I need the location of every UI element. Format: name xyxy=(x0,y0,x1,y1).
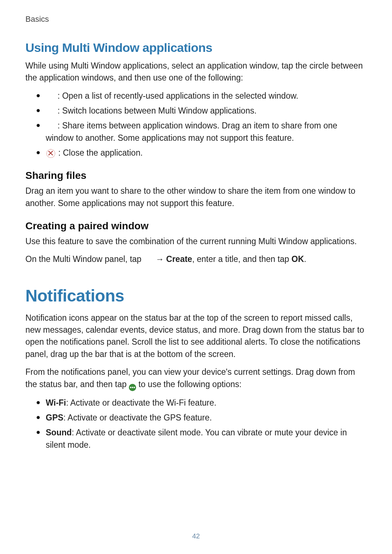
list-item: Wi-Fi: Activate or deactivate the Wi-Fi … xyxy=(36,397,367,409)
sharing-files-body: Drag an item you want to share to the ot… xyxy=(25,185,367,209)
list-item-text: : Open a list of recently-used applicati… xyxy=(57,91,298,100)
option-desc: : Activate or deactivate the GPS feature… xyxy=(64,413,212,422)
paired-window-body1: Use this feature to save the combination… xyxy=(25,235,367,247)
list-item: : Close the application. xyxy=(36,147,367,159)
ok-label: OK xyxy=(291,254,304,264)
heading-multi-window: Using Multi Window applications xyxy=(25,41,367,55)
list-item-text: : Close the application. xyxy=(58,148,143,157)
recent-apps-icon xyxy=(46,93,54,100)
options-icon xyxy=(129,384,136,391)
create-label: Create xyxy=(166,254,192,264)
arrow-text: → xyxy=(155,254,166,264)
menu-icon xyxy=(144,256,152,264)
swap-locations-icon xyxy=(46,107,54,115)
notifications-p2: From the notifications panel, you can vi… xyxy=(25,366,367,391)
close-icon xyxy=(46,149,55,158)
option-label-wifi: Wi-Fi xyxy=(46,398,66,407)
list-item: GPS: Activate or deactivate the GPS feat… xyxy=(36,412,367,424)
list-item-text: : Switch locations between Multi Window … xyxy=(57,106,256,115)
multiwindow-intro: While using Multi Window applications, s… xyxy=(25,60,367,84)
option-label-gps: GPS xyxy=(46,413,64,422)
share-items-icon xyxy=(46,122,54,130)
option-label-sound: Sound xyxy=(46,428,72,437)
notification-options-list: Wi-Fi: Activate or deactivate the Wi-Fi … xyxy=(25,397,367,451)
multiwindow-action-list: : Open a list of recently-used applicati… xyxy=(25,90,367,159)
paired-window-body2: On the Multi Window panel, tap → Create,… xyxy=(25,253,367,265)
option-desc: : Activate or deactivate the Wi-Fi featu… xyxy=(66,398,216,407)
breadcrumb: Basics xyxy=(25,15,367,24)
notifications-p1: Notification icons appear on the status … xyxy=(25,312,367,360)
heading-sharing-files: Sharing files xyxy=(25,170,367,181)
text-fragment: to use the following options: xyxy=(139,379,242,389)
heading-paired-window: Creating a paired window xyxy=(25,220,367,232)
text-fragment: . xyxy=(304,254,306,264)
list-item: : Share items between application window… xyxy=(36,120,367,144)
list-item: Sound: Activate or deactivate silent mod… xyxy=(36,427,367,451)
page-number: 42 xyxy=(192,532,200,540)
heading-notifications: Notifications xyxy=(25,286,367,305)
option-desc: : Activate or deactivate silent mode. Yo… xyxy=(46,428,347,449)
text-fragment: On the Multi Window panel, tap xyxy=(25,254,144,264)
list-item: : Open a list of recently-used applicati… xyxy=(36,90,367,102)
list-item-text: : Share items between application window… xyxy=(46,121,337,142)
text-fragment: , enter a title, and then tap xyxy=(192,254,291,264)
list-item: : Switch locations between Multi Window … xyxy=(36,105,367,117)
